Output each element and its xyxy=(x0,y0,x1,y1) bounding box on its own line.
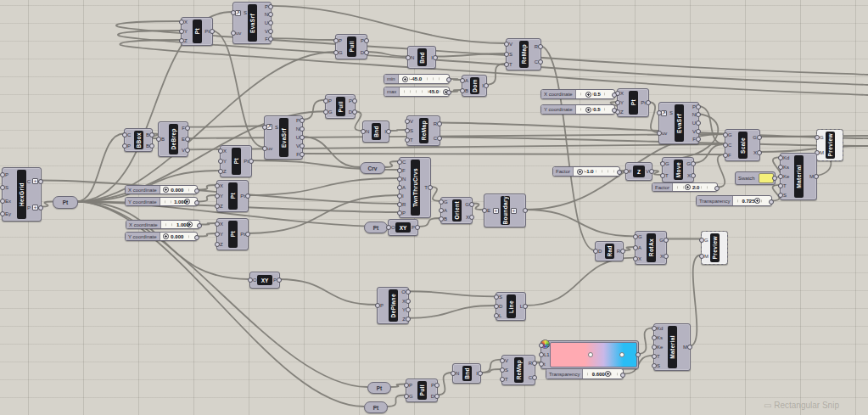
component-move[interactable]: MoveGTGX xyxy=(662,157,694,182)
output-port[interactable] xyxy=(437,121,442,126)
output-port[interactable] xyxy=(352,109,357,115)
wire[interactable] xyxy=(407,306,496,318)
slider-knob[interactable] xyxy=(685,184,691,190)
wire[interactable] xyxy=(439,123,868,139)
number-slider[interactable]: min-45.0 xyxy=(384,74,450,84)
slider-track[interactable]: 0.600 xyxy=(583,369,623,379)
component-preview[interactable]: PreviewGM xyxy=(816,129,843,161)
zoom-plus-icon[interactable]: + xyxy=(511,208,517,214)
slider-track[interactable]: 45.0 xyxy=(400,87,449,96)
relay-pt[interactable]: Pt xyxy=(364,401,388,413)
gradient-control[interactable]: L0L1t xyxy=(540,340,639,369)
output-port[interactable] xyxy=(434,383,440,388)
slider-knob[interactable] xyxy=(402,76,408,82)
output-port[interactable] xyxy=(469,215,474,220)
output-port[interactable] xyxy=(523,208,528,213)
output-port[interactable] xyxy=(197,223,202,228)
output-port[interactable] xyxy=(194,200,199,205)
component-preview[interactable]: PreviewGM xyxy=(701,231,728,265)
component-pt[interactable]: PtXYZPt xyxy=(216,180,249,212)
number-slider[interactable]: Y coordinate1.000 xyxy=(125,197,198,206)
output-port[interactable] xyxy=(649,169,654,174)
number-slider[interactable]: Factor2.0 xyxy=(652,182,718,192)
slider-track[interactable]: 2.0 xyxy=(673,183,717,191)
slider-track[interactable]: 0.000 xyxy=(160,233,197,240)
output-port[interactable] xyxy=(245,193,250,199)
output-port[interactable] xyxy=(149,132,154,137)
component-boundary[interactable]: BoundaryES++ xyxy=(484,193,526,227)
wire[interactable] xyxy=(76,134,124,202)
wire[interactable] xyxy=(247,178,399,195)
output-port[interactable] xyxy=(38,179,43,184)
component-bnd[interactable]: BndNI xyxy=(452,363,481,384)
component-pt[interactable]: PtXYZPt xyxy=(220,145,252,177)
number-slider[interactable]: Transparency0.725 xyxy=(696,195,772,206)
output-port[interactable] xyxy=(478,371,483,376)
output-port[interactable] xyxy=(300,135,305,140)
component-dom[interactable]: DomABI xyxy=(462,75,487,97)
component-material[interactable]: MaterialKdKsKeTSM xyxy=(780,153,817,200)
wire[interactable] xyxy=(187,126,264,127)
output-port[interactable] xyxy=(185,137,190,142)
component-remap[interactable]: ReMapVSTRC xyxy=(406,115,440,146)
output-port[interactable] xyxy=(691,173,696,178)
component-pt[interactable]: PtXYZPt xyxy=(617,88,649,117)
output-port[interactable] xyxy=(814,174,819,179)
output-port[interactable] xyxy=(185,148,190,153)
wire[interactable] xyxy=(301,154,725,154)
output-port[interactable] xyxy=(406,307,411,312)
slider-knob[interactable] xyxy=(163,233,169,239)
slider-track[interactable]: 0.5 xyxy=(576,90,614,98)
slider-track[interactable]: -45.0 xyxy=(399,75,449,83)
wire[interactable] xyxy=(692,144,725,163)
output-port[interactable] xyxy=(620,373,625,378)
component-bnd[interactable]: BndNI xyxy=(407,46,436,69)
slider-track[interactable]: 1.000 xyxy=(161,221,199,228)
number-slider[interactable]: max45.0 xyxy=(384,87,450,97)
component-pt[interactable]: PtXYZPt xyxy=(181,17,213,46)
output-port[interactable] xyxy=(769,199,774,205)
number-slider[interactable]: Transparency0.600 xyxy=(546,368,624,379)
wire[interactable] xyxy=(407,291,496,296)
output-port[interactable] xyxy=(428,185,433,190)
wire[interactable] xyxy=(637,328,653,354)
output-port[interactable] xyxy=(268,36,273,42)
component-twnthrucrvs[interactable]: TwnThruCrvsCFNAIRPT xyxy=(399,157,431,218)
slider-track[interactable]: 0.725 xyxy=(733,196,771,205)
output-port[interactable] xyxy=(434,394,440,399)
output-port[interactable] xyxy=(185,126,190,131)
wire[interactable] xyxy=(198,195,216,202)
output-port[interactable] xyxy=(691,161,696,166)
component-rotax[interactable]: RotAxGAXGX xyxy=(635,231,667,265)
slider-knob[interactable] xyxy=(585,92,591,98)
wire[interactable] xyxy=(697,106,725,144)
output-port[interactable] xyxy=(406,289,411,294)
reparameterize-icon[interactable]: ↗ xyxy=(266,124,272,130)
output-port[interactable] xyxy=(446,77,451,82)
output-port[interactable] xyxy=(523,304,528,309)
output-port[interactable] xyxy=(406,317,411,322)
component-pull[interactable]: PullPGPD xyxy=(335,34,367,59)
output-port[interactable] xyxy=(352,98,357,104)
reparameterize-icon[interactable]: ↗ xyxy=(235,10,241,16)
output-port[interactable] xyxy=(687,345,692,350)
component-z[interactable]: ZFV xyxy=(625,162,652,181)
component-bnd[interactable]: BndNI xyxy=(362,121,389,143)
output-port[interactable] xyxy=(364,38,369,43)
output-port[interactable] xyxy=(268,20,273,25)
output-port[interactable] xyxy=(538,44,543,49)
component-xy[interactable]: XYOP xyxy=(388,219,418,236)
component-pt[interactable]: PtXYZPt xyxy=(216,218,249,250)
colour-swatch[interactable]: Swatch xyxy=(735,171,776,185)
slider-knob[interactable] xyxy=(754,198,760,204)
wire[interactable] xyxy=(198,233,216,237)
grasshopper-canvas[interactable]: ▭ Rectangular Snip HexGridPSExEyCP++PtBB… xyxy=(0,0,868,415)
relay-pt[interactable]: Pt xyxy=(367,382,391,394)
output-port[interactable] xyxy=(437,136,442,141)
output-port[interactable] xyxy=(664,238,669,243)
output-port[interactable] xyxy=(268,29,273,34)
output-port[interactable] xyxy=(636,352,641,357)
output-port[interactable] xyxy=(194,188,199,193)
output-port[interactable] xyxy=(245,232,250,237)
output-port[interactable] xyxy=(620,249,625,254)
